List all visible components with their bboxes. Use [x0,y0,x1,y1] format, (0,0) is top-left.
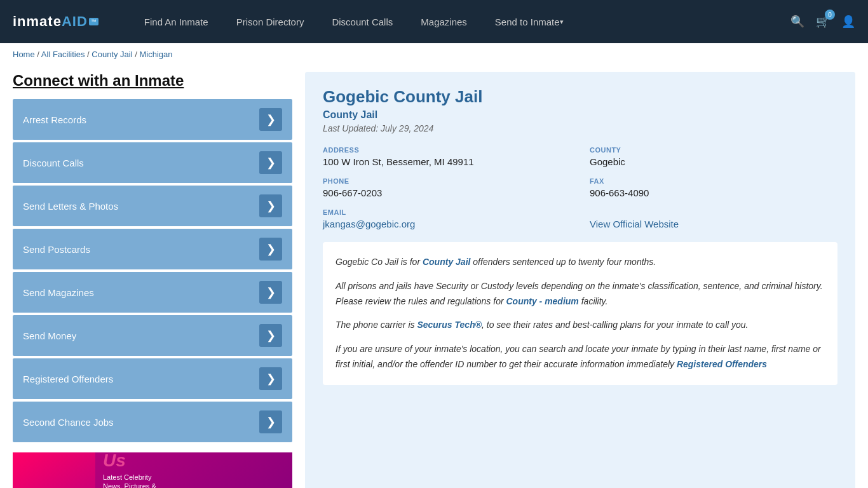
header-icons: 🔍 🛒 0 👤 [790,15,855,29]
email-label: EMAIL [323,208,571,216]
cart-icon[interactable]: 🛒 0 [816,15,830,29]
website-field: View Official Website [590,208,837,229]
sidebar-menu: Arrest Records ❯ Discount Calls ❯ Send L… [13,99,292,442]
sidebar-item-send-money[interactable]: Send Money ❯ [13,315,292,356]
address-field: ADDRESS 100 W Iron St, Bessemer, MI 4991… [323,146,571,167]
ad-tagline: Latest CelebrityNews, Pictures &Entertai… [103,473,156,488]
logo-badge: ™ [89,18,98,25]
sidebar-item-label: Send Letters & Photos [23,201,118,212]
address-value: 100 W Iron St, Bessemer, MI 49911 [323,156,571,167]
sidebar-item-discount-calls[interactable]: Discount Calls ❯ [13,142,292,183]
sidebar-item-label: Registered Offenders [23,374,113,384]
sidebar-item-send-postcards[interactable]: Send Postcards ❯ [13,229,292,269]
sidebar-item-label: Second Chance Jobs [23,417,114,428]
logo-text: inmateAID [13,13,88,30]
facility-last-updated: Last Updated: July 29, 2024 [323,123,837,133]
phone-field: PHONE 906-667-0203 [323,177,571,198]
sidebar-item-label: Discount Calls [23,158,84,168]
website-link[interactable]: View Official Website [590,219,679,229]
arrow-icon: ❯ [259,151,282,174]
main-nav: Find An Inmate Prison Directory Discount… [130,0,771,43]
facility-detail: Gogebic County Jail County Jail Last Upd… [305,72,855,488]
breadcrumb-all-facilities[interactable]: All Facilities [41,50,85,59]
breadcrumb-county-jail[interactable]: County Jail [92,50,132,59]
facility-description: Gogebic Co Jail is for County Jail offen… [323,242,837,385]
ad-content: Us Latest CelebrityNews, Pictures &Enter… [95,452,164,488]
arrow-icon: ❯ [259,108,282,131]
site-logo[interactable]: inmateAID ™ [13,13,98,30]
fax-field: FAX 906-663-4090 [590,177,837,198]
breadcrumb: Home / All Facilities / County Jail / Mi… [0,43,868,65]
nav-find-inmate[interactable]: Find An Inmate [130,0,222,43]
phone-label: PHONE [323,177,571,185]
desc-para-2: All prisons and jails have Security or C… [336,279,825,309]
county-jail-link[interactable]: County Jail [423,257,470,267]
county-medium-link[interactable]: County - medium [506,296,578,306]
facility-name: Gogebic County Jail [323,87,837,107]
sidebar-item-label: Arrest Records [23,114,86,125]
arrow-icon: ❯ [259,194,282,217]
desc-para-1: Gogebic Co Jail is for County Jail offen… [336,255,825,270]
breadcrumb-home[interactable]: Home [13,50,35,59]
arrow-icon: ❯ [259,367,282,390]
nav-send-to-inmate[interactable]: Send to Inmate [481,0,578,43]
nav-prison-directory[interactable]: Prison Directory [222,0,318,43]
site-header: inmateAID ™ Find An Inmate Prison Direct… [0,0,868,43]
desc-para-4: If you are unsure of your inmate's locat… [336,342,825,372]
sidebar-item-arrest-records[interactable]: Arrest Records ❯ [13,99,292,140]
sidebar-item-second-chance-jobs[interactable]: Second Chance Jobs ❯ [13,402,292,442]
sidebar-item-label: Send Money [23,330,76,341]
facility-type: County Jail [323,109,837,121]
user-icon[interactable]: 👤 [841,15,855,29]
arrow-icon: ❯ [259,238,282,261]
sidebar-title: Connect with an Inmate [13,72,292,90]
fax-label: FAX [590,177,837,185]
sidebar-item-send-magazines[interactable]: Send Magazines ❯ [13,272,292,313]
main-content: Connect with an Inmate Arrest Records ❯ … [0,65,868,488]
facility-info-grid: ADDRESS 100 W Iron St, Bessemer, MI 4991… [323,146,837,229]
sidebar: Connect with an Inmate Arrest Records ❯ … [13,72,292,488]
arrow-icon: ❯ [259,281,282,304]
website-label [590,208,837,216]
arrow-icon: ❯ [259,324,282,347]
sidebar-item-label: Send Postcards [23,244,90,255]
cart-badge: 0 [825,10,835,20]
fax-value: 906-663-4090 [590,187,837,198]
registered-offenders-link[interactable]: Registered Offenders [677,359,767,369]
sidebar-item-registered-offenders[interactable]: Registered Offenders ❯ [13,358,292,399]
sidebar-item-label: Send Magazines [23,287,94,298]
arrow-icon: ❯ [259,410,282,433]
advertisement[interactable]: photo Us Latest CelebrityNews, Pictures … [13,452,292,488]
county-value: Gogebic [590,156,837,167]
address-label: ADDRESS [323,146,571,154]
ad-brand: Us [103,452,156,473]
securus-tech-link[interactable]: Securus Tech® [417,320,482,330]
ad-image: photo [13,452,95,488]
logo-highlight: AID [62,13,88,29]
email-field: EMAIL jkangas@gogebic.org [323,208,571,229]
search-icon[interactable]: 🔍 [790,15,804,29]
nav-magazines[interactable]: Magazines [407,0,481,43]
breadcrumb-michigan[interactable]: Michigan [139,50,172,59]
desc-para-3: The phone carrier is Securus Tech®, to s… [336,318,825,333]
phone-value: 906-667-0203 [323,187,571,198]
sidebar-item-send-letters[interactable]: Send Letters & Photos ❯ [13,186,292,226]
county-field: COUNTY Gogebic [590,146,837,167]
nav-discount-calls[interactable]: Discount Calls [318,0,407,43]
county-label: COUNTY [590,146,837,154]
email-link[interactable]: jkangas@gogebic.org [323,219,415,229]
